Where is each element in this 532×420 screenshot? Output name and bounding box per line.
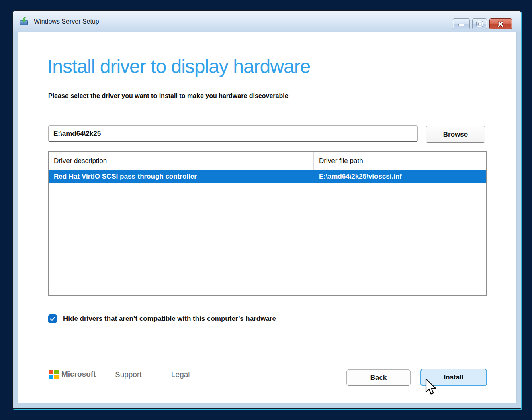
checkmark-icon (50, 316, 55, 321)
setup-window: Windows Server Setup Install driver to (12, 10, 521, 409)
page-subtitle: Please select the driver you want to ins… (48, 92, 289, 100)
minimize-icon (458, 24, 464, 26)
hide-incompatible-checkbox[interactable] (48, 314, 57, 323)
driver-file-path: E:\amd64\2k25\vioscsi.inf (314, 173, 486, 181)
desktop-background: Windows Server Setup Install driver to (0, 0, 532, 420)
maximize-button[interactable] (472, 18, 487, 29)
maximize-icon (477, 21, 483, 27)
driver-path-input[interactable] (48, 125, 418, 142)
back-button[interactable]: Back (346, 369, 411, 386)
legal-link[interactable]: Legal (171, 370, 190, 379)
driver-list-header: Driver description Driver file path (49, 152, 486, 170)
install-driver-icon (19, 17, 28, 26)
driver-description: Red Hat VirtIO SCSI pass-through control… (49, 173, 314, 181)
column-header-description[interactable]: Driver description (49, 152, 314, 170)
driver-list: Driver description Driver file path Red … (48, 151, 487, 296)
close-button[interactable] (489, 18, 512, 29)
close-icon (497, 21, 504, 27)
page-title: Install driver to display hardware (47, 55, 310, 79)
install-button[interactable]: Install (420, 369, 487, 386)
hide-incompatible-label[interactable]: Hide drivers that aren’t compatible with… (63, 315, 276, 323)
driver-row-selected[interactable]: Red Hat VirtIO SCSI pass-through control… (49, 170, 486, 183)
window-title: Windows Server Setup (34, 11, 99, 32)
column-header-file-path[interactable]: Driver file path (314, 152, 486, 170)
title-bar[interactable]: Windows Server Setup (13, 11, 521, 32)
browse-button[interactable]: Browse (426, 126, 485, 143)
support-link[interactable]: Support (115, 370, 142, 379)
caption-buttons (453, 18, 512, 29)
microsoft-logo-icon (49, 370, 59, 379)
minimize-button[interactable] (453, 18, 470, 29)
microsoft-brand-label: Microsoft (61, 370, 96, 379)
client-area: Install driver to display hardware Pleas… (18, 32, 517, 403)
